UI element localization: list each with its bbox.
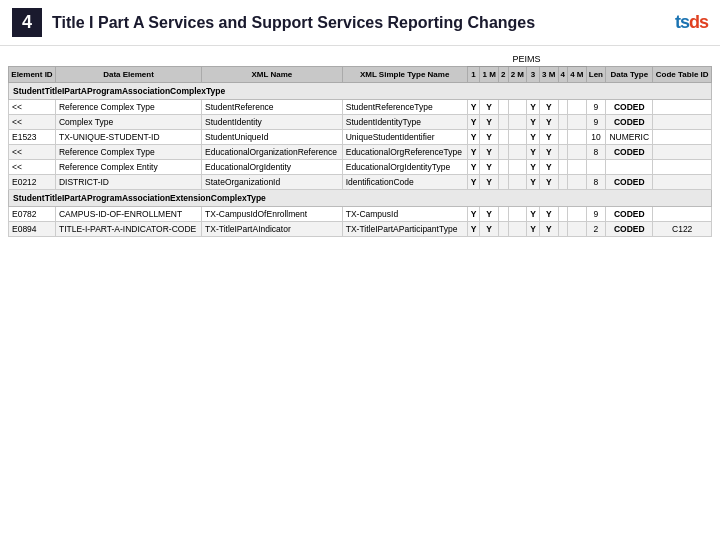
cell-0-6: [498, 207, 508, 222]
col-data-element: Data Element: [55, 67, 201, 83]
header: 4 Title I Part A Services and Support Se…: [0, 0, 720, 46]
cell-4-7: [508, 160, 527, 175]
cell-5-5: Y: [480, 175, 499, 190]
cell-4-0: <<: [9, 160, 56, 175]
cell-5-1: DISTRICT-ID: [55, 175, 201, 190]
cell-5-0: E0212: [9, 175, 56, 190]
header-number: 4: [12, 8, 42, 37]
peims-label: PEIMS: [467, 52, 586, 67]
cell-2-14: [653, 130, 712, 145]
cell-1-7: [508, 115, 527, 130]
col-data-type: Data Type: [606, 67, 653, 83]
cell-0-7: [508, 100, 527, 115]
cell-4-5: Y: [480, 160, 499, 175]
cell-4-3: EducationalOrgIdentityType: [342, 160, 467, 175]
cell-1-3: TX-TitleIPartAParticipantType: [342, 222, 467, 237]
col-3: 3: [527, 67, 540, 83]
cell-1-0: <<: [9, 115, 56, 130]
table-body: StudentTitleIPartAProgramAssociationComp…: [9, 83, 712, 237]
cell-2-3: UniqueStudentIdentifier: [342, 130, 467, 145]
cell-3-10: [558, 145, 568, 160]
cell-3-7: [508, 145, 527, 160]
cell-0-10: [558, 100, 568, 115]
col-xml-name: XML Name: [202, 67, 343, 83]
peims-header-row: PEIMS: [9, 52, 712, 67]
col-4: 4: [558, 67, 568, 83]
cell-1-2: TX-TitleIPartAIndicator: [202, 222, 343, 237]
cell-1-6: [498, 115, 508, 130]
cell-1-2: StudentIdentity: [202, 115, 343, 130]
cell-0-4: Y: [467, 100, 480, 115]
cell-0-13: CODED: [606, 100, 653, 115]
cell-5-2: StateOrganizationId: [202, 175, 343, 190]
cell-3-8: Y: [527, 145, 540, 160]
cell-0-13: CODED: [606, 207, 653, 222]
table-row: E0894TITLE-I-PART-A-INDICATOR-CODETX-Tit…: [9, 222, 712, 237]
logo: tsds: [675, 12, 708, 33]
cell-2-7: [508, 130, 527, 145]
table-container: PEIMS Element ID Data Element XML Name X…: [0, 46, 720, 243]
cell-0-1: Reference Complex Type: [55, 100, 201, 115]
cell-0-9: Y: [539, 100, 558, 115]
cell-5-7: [508, 175, 527, 190]
cell-0-14: [653, 100, 712, 115]
col-2m: 2 M: [508, 67, 527, 83]
cell-4-8: Y: [527, 160, 540, 175]
page-title: Title I Part A Services and Support Serv…: [52, 14, 535, 32]
cell-1-10: [558, 222, 568, 237]
cell-5-12: 8: [586, 175, 605, 190]
cell-5-10: [558, 175, 568, 190]
table-row: E0782CAMPUS-ID-OF-ENROLLMENTTX-CampusIdO…: [9, 207, 712, 222]
cell-0-11: [568, 207, 587, 222]
cell-3-13: CODED: [606, 145, 653, 160]
cell-3-2: EducationalOrganizationReference: [202, 145, 343, 160]
cell-1-13: CODED: [606, 222, 653, 237]
cell-0-5: Y: [480, 207, 499, 222]
cell-0-5: Y: [480, 100, 499, 115]
cell-1-11: [568, 115, 587, 130]
cell-1-8: Y: [527, 222, 540, 237]
cell-2-6: [498, 130, 508, 145]
cell-0-2: StudentReference: [202, 100, 343, 115]
cell-3-0: <<: [9, 145, 56, 160]
col-xml-simple-type: XML Simple Type Name: [342, 67, 467, 83]
cell-5-8: Y: [527, 175, 540, 190]
cell-1-12: 2: [586, 222, 605, 237]
cell-0-4: Y: [467, 207, 480, 222]
col-element-id: Element ID: [9, 67, 56, 83]
cell-2-10: [558, 130, 568, 145]
table-row: E1523TX-UNIQUE-STUDENT-IDStudentUniqueId…: [9, 130, 712, 145]
cell-4-4: Y: [467, 160, 480, 175]
cell-3-11: [568, 145, 587, 160]
table-row: <<Reference Complex TypeEducationalOrgan…: [9, 145, 712, 160]
col-len: Len: [586, 67, 605, 83]
cell-1-14: C122: [653, 222, 712, 237]
cell-3-12: 8: [586, 145, 605, 160]
cell-5-9: Y: [539, 175, 558, 190]
cell-3-5: Y: [480, 145, 499, 160]
cell-3-14: [653, 145, 712, 160]
cell-2-1: TX-UNIQUE-STUDENT-ID: [55, 130, 201, 145]
cell-1-3: StudentIdentityType: [342, 115, 467, 130]
cell-5-13: CODED: [606, 175, 653, 190]
empty-cols: [9, 52, 468, 67]
cell-1-11: [568, 222, 587, 237]
cell-2-4: Y: [467, 130, 480, 145]
cell-4-12: [586, 160, 605, 175]
col-2: 2: [498, 67, 508, 83]
cell-5-11: [568, 175, 587, 190]
cell-2-0: E1523: [9, 130, 56, 145]
cell-4-9: Y: [539, 160, 558, 175]
section-header-1: StudentTitleIPartAProgramAssociationExte…: [9, 190, 712, 207]
cell-1-1: TITLE-I-PART-A-INDICATOR-CODE: [55, 222, 201, 237]
cell-1-12: 9: [586, 115, 605, 130]
cell-2-8: Y: [527, 130, 540, 145]
col-1: 1: [467, 67, 480, 83]
cell-0-14: [653, 207, 712, 222]
cell-1-4: Y: [467, 222, 480, 237]
cell-1-9: Y: [539, 115, 558, 130]
cell-3-3: EducationalOrgReferenceType: [342, 145, 467, 160]
cell-1-5: Y: [480, 222, 499, 237]
table-row: <<Complex TypeStudentIdentityStudentIden…: [9, 115, 712, 130]
cell-0-0: <<: [9, 100, 56, 115]
